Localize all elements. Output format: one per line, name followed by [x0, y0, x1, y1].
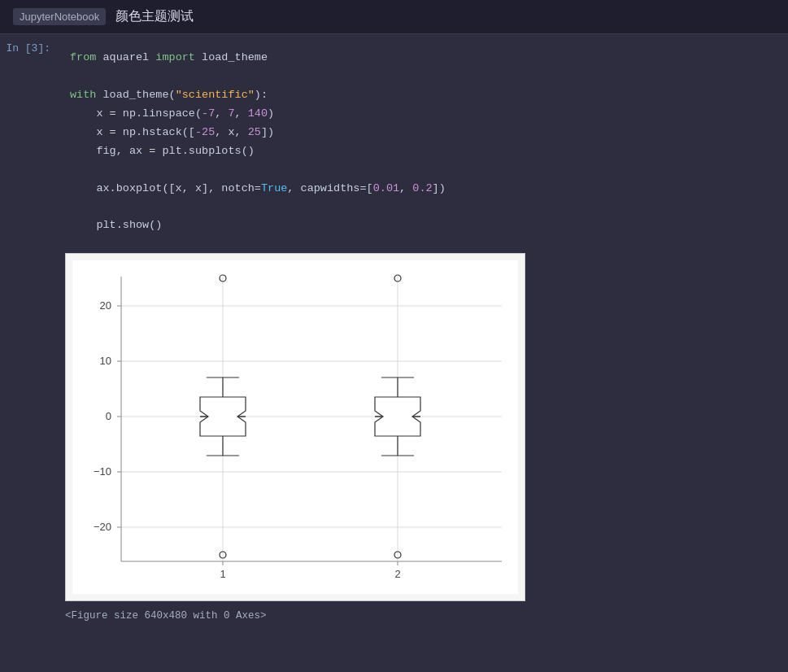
- notebook-title: 颜色主题测试: [115, 8, 194, 25]
- code-line: with load_theme("scientific"):: [70, 86, 775, 105]
- cell-content: from aquarel import load_theme with load…: [57, 34, 788, 250]
- code-line: [70, 161, 775, 180]
- svg-text:−20: −20: [94, 521, 111, 533]
- svg-text:0: 0: [106, 410, 111, 422]
- code-line: [70, 199, 775, 217]
- code-line: x = np.linspace(-7, 7, 140): [70, 105, 775, 124]
- code-line: [70, 68, 775, 86]
- chart-wrapper: 20 10 0 −10 −20 1 2: [65, 253, 525, 601]
- code-line: from aquarel import load_theme: [70, 49, 775, 68]
- code-line: x = np.hstack([-25, x, 25]): [70, 124, 775, 142]
- top-bar: JupyterNotebook 颜色主题测试: [0, 0, 788, 34]
- figure-text: <Figure size 640x480 with 0 Axes>: [57, 605, 788, 626]
- chart-svg: 20 10 0 −10 −20 1 2: [72, 260, 518, 594]
- svg-text:2: 2: [394, 568, 400, 580]
- svg-text:20: 20: [100, 299, 111, 312]
- code-line: plt.show(): [70, 216, 775, 235]
- notebook-label: JupyterNotebook: [13, 8, 106, 25]
- code-line: fig, ax = plt.subplots(): [70, 142, 775, 161]
- output-area: 20 10 0 −10 −20 1 2: [0, 250, 788, 630]
- code-line: ax.boxplot([x, x], notch=True, capwidths…: [70, 180, 775, 199]
- svg-text:10: 10: [100, 355, 111, 367]
- svg-rect-0: [72, 260, 518, 594]
- cell-prompt: In [3]:: [0, 34, 57, 250]
- code-block[interactable]: from aquarel import load_theme with load…: [57, 41, 788, 243]
- svg-text:1: 1: [220, 568, 225, 580]
- cell-container: In [3]: from aquarel import load_theme w…: [0, 34, 788, 250]
- svg-text:−10: −10: [94, 465, 111, 478]
